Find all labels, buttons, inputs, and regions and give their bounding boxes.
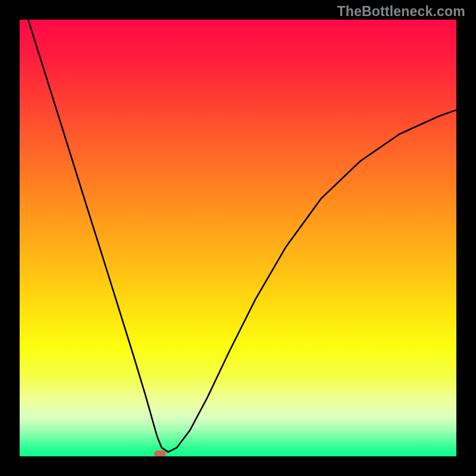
bottleneck-curve [20, 20, 456, 456]
optimum-marker [154, 450, 166, 456]
chart-stage: TheBottleneck.com [0, 0, 476, 476]
plot-area [20, 20, 456, 456]
watermark-text: TheBottleneck.com [337, 4, 465, 20]
